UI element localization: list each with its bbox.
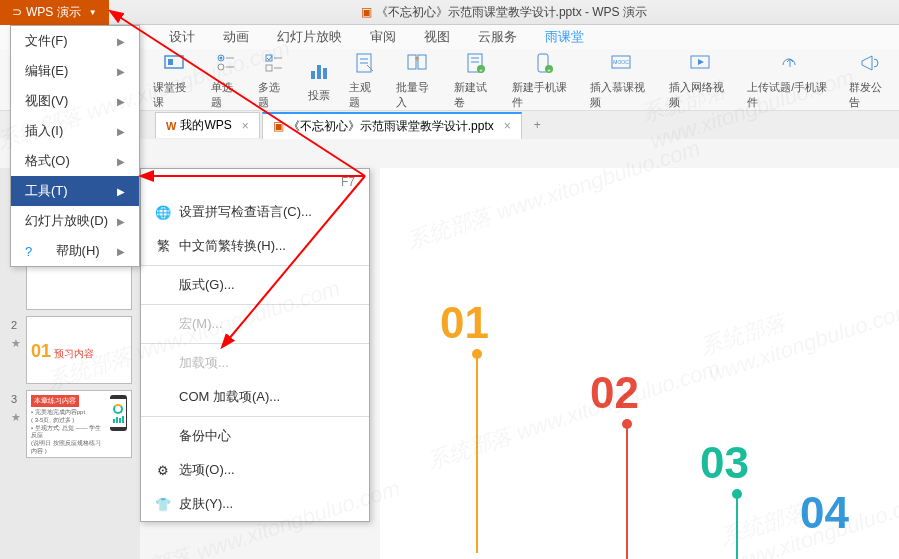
sub-backup[interactable]: 备份中心 — [141, 419, 369, 453]
tools-submenu: 拼写检查(S)...F7 🌐设置拼写检查语言(C)... 繁中文简繁转换(H).… — [140, 168, 370, 522]
star-icon: ★ — [11, 337, 21, 350]
btn-subjective[interactable]: 主观题 — [349, 49, 380, 110]
convert-icon: 繁 — [155, 237, 171, 255]
chevron-right-icon: ▶ — [117, 96, 125, 107]
menu-animation[interactable]: 动画 — [209, 28, 263, 46]
btn-mooc[interactable]: MOOC插入慕课视频 — [590, 49, 652, 110]
wps-brand-button[interactable]: ⊃ WPS 演示 ▼ — [0, 0, 109, 25]
batch-import-icon — [403, 49, 431, 77]
menu-help[interactable]: ?帮助(H)▶ — [11, 236, 139, 266]
sub-macro: 宏(M)... — [141, 307, 369, 341]
help-icon: ? — [25, 244, 32, 259]
mooc-icon: MOOC — [607, 49, 635, 77]
slide-thumb-2[interactable]: 2 ★ 01 预习内容 — [26, 316, 132, 384]
svg-marker-30 — [698, 59, 704, 65]
separator — [141, 265, 369, 266]
sub-spellcheck-first[interactable]: 拼写检查(S)...F7 — [141, 169, 369, 195]
slide-index: 3 — [11, 393, 17, 405]
svg-text:+: + — [547, 67, 551, 73]
menu-format[interactable]: 格式(O)▶ — [11, 146, 139, 176]
sub-com-addin[interactable]: COM 加载项(A)... — [141, 380, 369, 414]
btn-multi[interactable]: 多选题 — [258, 49, 289, 110]
menu-slideshow[interactable]: 幻灯片放映 — [263, 28, 356, 46]
title-bar: ⊃ WPS 演示 ▼ ▣ 《不忘初心》示范雨课堂教学设计.pptx - WPS … — [0, 0, 899, 25]
wps-icon: W — [166, 120, 176, 132]
tab-label: 《不忘初心》示范雨课堂教学设计.pptx — [288, 118, 494, 135]
new-mobile-icon: + — [529, 49, 557, 77]
new-exam-icon: + — [461, 49, 489, 77]
sub-addin: 加载项... — [141, 346, 369, 380]
multi-choice-icon — [260, 49, 288, 77]
gear-icon: ⚙ — [155, 463, 171, 478]
close-icon[interactable]: × — [242, 119, 249, 133]
slide-canvas[interactable]: 01 02 03 04 — [380, 168, 899, 559]
star-icon: ★ — [11, 411, 21, 424]
menu-rainclass[interactable]: 雨课堂 — [531, 28, 598, 46]
btn-teach[interactable]: 课堂授课 — [153, 49, 195, 110]
menu-edit[interactable]: 编辑(E)▶ — [11, 56, 139, 86]
presentation-icon: ▣ — [273, 119, 284, 133]
btn-single[interactable]: 单选题 — [211, 49, 242, 110]
menu-slideshow[interactable]: 幻灯片放映(D)▶ — [11, 206, 139, 236]
btn-batch[interactable]: 批量导入 — [396, 49, 438, 110]
main-menu-dropdown: 文件(F)▶ 编辑(E)▶ 视图(V)▶ 插入(I)▶ 格式(O)▶ 工具(T)… — [10, 25, 140, 267]
svg-rect-9 — [266, 65, 272, 71]
skin-icon: 👕 — [155, 497, 171, 512]
sub-options[interactable]: ⚙选项(O)... — [141, 453, 369, 487]
menu-insert[interactable]: 插入(I)▶ — [11, 116, 139, 146]
chevron-right-icon: ▶ — [117, 36, 125, 47]
canvas-num-1: 01 — [440, 298, 489, 348]
svg-rect-1 — [168, 59, 173, 65]
canvas-num-2: 02 — [590, 368, 639, 418]
sub-skin[interactable]: 👕皮肤(Y)... — [141, 487, 369, 521]
canvas-num-3: 03 — [700, 438, 749, 488]
btn-announce[interactable]: 群发公告 — [849, 49, 891, 110]
web-video-icon — [686, 49, 714, 77]
single-choice-icon — [212, 49, 240, 77]
menu-design[interactable]: 设计 — [155, 28, 209, 46]
menu-file[interactable]: 文件(F)▶ — [11, 26, 139, 56]
btn-webvideo[interactable]: 插入网络视频 — [669, 49, 731, 110]
svg-rect-17 — [408, 55, 416, 69]
sub-spell-lang[interactable]: 🌐设置拼写检查语言(C)... — [141, 195, 369, 229]
menu-view[interactable]: 视图 — [410, 28, 464, 46]
presentation-icon: ▣ — [361, 5, 372, 19]
separator — [141, 304, 369, 305]
chevron-right-icon: ▶ — [117, 246, 125, 257]
menu-cloud[interactable]: 云服务 — [464, 28, 531, 46]
slide-thumb-3[interactable]: 3 ★ 本章练习内容 • 完美地完成内容ppt ( 3-5页, 勿过多 ) • … — [26, 390, 132, 458]
btn-upload[interactable]: 上传试题/手机课件 — [747, 49, 833, 110]
svg-point-5 — [218, 64, 224, 70]
vote-icon — [305, 57, 333, 85]
btn-vote[interactable]: 投票 — [305, 57, 333, 103]
tab-mywps[interactable]: W 我的WPS × — [155, 112, 260, 138]
doc-title: 《不忘初心》示范雨课堂教学设计.pptx - WPS 演示 — [376, 4, 647, 21]
tab-document[interactable]: ▣ 《不忘初心》示范雨课堂教学设计.pptx × — [262, 112, 522, 139]
upload-icon — [776, 49, 804, 77]
svg-text:+: + — [479, 67, 483, 73]
menu-view[interactable]: 视图(V)▶ — [11, 86, 139, 116]
btn-newexam[interactable]: +新建试卷 — [454, 49, 496, 110]
teach-icon — [160, 49, 188, 77]
sub-layout[interactable]: 版式(G)... — [141, 268, 369, 302]
chevron-right-icon: ▶ — [117, 216, 125, 227]
chevron-right-icon: ▶ — [117, 66, 125, 77]
new-tab-button[interactable]: + — [524, 114, 551, 136]
canvas-num-4: 04 — [800, 488, 849, 538]
svg-rect-13 — [323, 68, 327, 79]
shortcut-label: F7 — [341, 175, 355, 189]
svg-point-3 — [220, 57, 223, 60]
close-icon[interactable]: × — [504, 119, 511, 133]
svg-text:MOOC: MOOC — [614, 59, 630, 65]
chevron-right-icon: ▶ — [117, 156, 125, 167]
window-title: ▣ 《不忘初心》示范雨课堂教学设计.pptx - WPS 演示 — [109, 4, 899, 21]
btn-newmobile[interactable]: +新建手机课件 — [512, 49, 574, 110]
tab-label: 我的WPS — [180, 117, 231, 134]
menu-review[interactable]: 审阅 — [356, 28, 410, 46]
subjective-icon — [351, 49, 379, 77]
svg-rect-12 — [317, 65, 321, 79]
slide-index: 2 — [11, 319, 17, 331]
separator — [141, 416, 369, 417]
menu-tools[interactable]: 工具(T)▶ — [11, 176, 139, 206]
sub-cn-convert[interactable]: 繁中文简繁转换(H)... — [141, 229, 369, 263]
